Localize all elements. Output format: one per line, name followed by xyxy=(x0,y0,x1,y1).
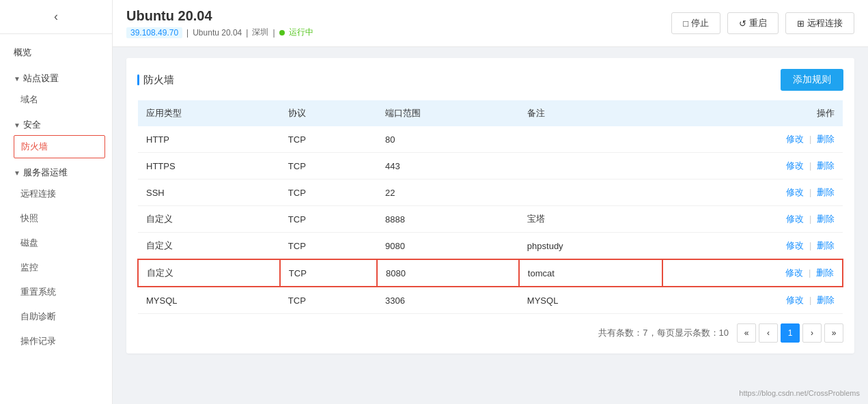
server-status: 运行中 xyxy=(289,27,313,38)
sidebar-section-site-settings[interactable]: ▼ 站点设置 xyxy=(0,66,112,87)
modify-link[interactable]: 修改 xyxy=(786,240,804,250)
cell-remark xyxy=(519,153,662,179)
cell-actions: 修改 | 删除 xyxy=(662,153,843,179)
restart-button[interactable]: ↺ 重启 xyxy=(727,12,779,34)
cell-port: 22 xyxy=(377,179,519,206)
table-row: 自定义TCP8888宝塔修改 | 删除 xyxy=(138,206,843,233)
cell-app-type: 自定义 xyxy=(138,206,280,233)
col-actions: 操作 xyxy=(662,100,843,126)
action-divider: | xyxy=(807,160,814,171)
sidebar-section-label: 站点设置 xyxy=(23,72,59,85)
table-row: HTTPTCP80修改 | 删除 xyxy=(138,126,843,153)
remote-connect-button[interactable]: ⊞ 远程连接 xyxy=(785,12,854,34)
cell-port: 443 xyxy=(377,153,519,179)
firewall-table: 应用类型 协议 端口范围 备注 操作 HTTPTCP80修改 | 删除HTTPS… xyxy=(137,100,843,314)
cell-port: 80 xyxy=(377,126,519,153)
sidebar-item-self-diagnose[interactable]: 自助诊断 xyxy=(0,304,112,329)
sidebar-back-button[interactable]: ‹ xyxy=(0,0,112,34)
separator-3: | xyxy=(272,28,275,38)
sidebar-item-domain[interactable]: 域名 xyxy=(0,87,112,112)
page-header: Ubuntu 20.04 39.108.49.70 | Ubuntu 20.04… xyxy=(113,0,868,47)
cell-actions: 修改 | 删除 xyxy=(662,179,843,206)
modify-link[interactable]: 修改 xyxy=(786,187,804,197)
page-1-button[interactable]: 1 xyxy=(781,323,800,343)
stop-button[interactable]: □ 停止 xyxy=(671,12,720,34)
sidebar-item-reset-system[interactable]: 重置系统 xyxy=(0,280,112,304)
delete-link[interactable]: 删除 xyxy=(816,268,834,278)
cell-remark: MYSQL xyxy=(519,287,662,314)
cell-app-type: HTTPS xyxy=(138,153,280,179)
delete-link[interactable]: 删除 xyxy=(817,295,835,305)
cell-protocol: TCP xyxy=(280,206,377,233)
cell-remark xyxy=(519,126,662,153)
add-rule-button[interactable]: 添加规则 xyxy=(781,69,843,91)
cell-app-type: 自定义 xyxy=(138,259,280,287)
cell-protocol: TCP xyxy=(280,259,377,287)
separator-2: | xyxy=(246,28,248,38)
cell-port: 8080 xyxy=(377,259,519,287)
modify-link[interactable]: 修改 xyxy=(786,160,804,171)
delete-link[interactable]: 删除 xyxy=(817,187,835,197)
sidebar-section-label-2: 安全 xyxy=(23,119,41,131)
sidebar-item-disk[interactable]: 磁盘 xyxy=(0,231,112,255)
modify-link[interactable]: 修改 xyxy=(786,295,804,305)
chevron-down-icon-3: ▼ xyxy=(14,169,20,177)
back-arrow-icon: ‹ xyxy=(54,10,58,24)
pagination-info: 共有条数：7，每页显示条数：10 xyxy=(598,327,729,339)
delete-link[interactable]: 删除 xyxy=(817,214,835,224)
section-title: 防火墙 xyxy=(137,74,174,87)
modify-link[interactable]: 修改 xyxy=(786,134,804,144)
header-meta: 39.108.49.70 | Ubuntu 20.04 | 深圳 | 运行中 xyxy=(126,27,313,38)
sidebar-item-overview[interactable]: 概览 xyxy=(0,40,112,66)
page-first-button[interactable]: « xyxy=(737,323,756,343)
cell-port: 8888 xyxy=(377,206,519,233)
cell-remark xyxy=(519,179,662,206)
page-prev-button[interactable]: ‹ xyxy=(759,323,778,343)
cell-remark: 宝塔 xyxy=(519,206,662,233)
cell-app-type: 自定义 xyxy=(138,233,280,260)
server-ip: 39.108.49.70 xyxy=(126,27,182,38)
table-body: HTTPTCP80修改 | 删除HTTPSTCP443修改 | 删除SSHTCP… xyxy=(138,126,843,314)
cell-actions: 修改 | 删除 xyxy=(662,287,843,314)
main-content: Ubuntu 20.04 39.108.49.70 | Ubuntu 20.04… xyxy=(113,0,868,404)
sidebar-item-operation-log[interactable]: 操作记录 xyxy=(0,329,112,354)
delete-link[interactable]: 删除 xyxy=(817,240,835,250)
cell-protocol: TCP xyxy=(280,179,377,206)
sidebar-section-server[interactable]: ▼ 服务器运维 xyxy=(0,160,112,182)
table-row: 自定义TCP8080tomcat修改 | 删除 xyxy=(138,259,843,287)
action-divider: | xyxy=(806,268,813,278)
action-divider: | xyxy=(807,214,814,224)
action-divider: | xyxy=(807,240,814,250)
delete-link[interactable]: 删除 xyxy=(817,134,835,144)
col-remark: 备注 xyxy=(519,100,662,126)
sidebar-item-firewall[interactable]: 防火墙 xyxy=(14,135,105,158)
page-next-button[interactable]: › xyxy=(802,323,822,343)
col-protocol: 协议 xyxy=(280,100,377,126)
cell-app-type: SSH xyxy=(138,179,280,206)
modify-link[interactable]: 修改 xyxy=(786,214,804,224)
delete-link[interactable]: 删除 xyxy=(817,160,835,171)
chevron-down-icon: ▼ xyxy=(14,75,20,83)
header-actions: □ 停止 ↺ 重启 ⊞ 远程连接 xyxy=(671,12,854,34)
server-system: Ubuntu 20.04 xyxy=(193,28,242,38)
sidebar-item-snapshot[interactable]: 快照 xyxy=(0,206,112,231)
remote-label: 远程连接 xyxy=(807,17,843,29)
content-area: 防火墙 添加规则 应用类型 协议 端口范围 备注 操作 HTTPTCP80修改 … xyxy=(113,47,868,404)
header-info: Ubuntu 20.04 39.108.49.70 | Ubuntu 20.04… xyxy=(126,8,313,38)
restart-label: 重启 xyxy=(749,17,767,29)
sidebar-item-monitor[interactable]: 监控 xyxy=(0,255,112,280)
sidebar-section-security[interactable]: ▼ 安全 xyxy=(0,112,112,134)
restart-icon: ↺ xyxy=(739,18,746,29)
page-title: Ubuntu 20.04 xyxy=(126,8,313,24)
cell-actions: 修改 | 删除 xyxy=(662,233,843,260)
stop-icon: □ xyxy=(683,18,688,29)
cell-port: 3306 xyxy=(377,287,519,314)
sidebar-section-label-3: 服务器运维 xyxy=(23,167,68,179)
modify-link[interactable]: 修改 xyxy=(785,268,803,278)
table-header-row: 应用类型 协议 端口范围 备注 操作 xyxy=(138,100,843,126)
table-row: HTTPSTCP443修改 | 删除 xyxy=(138,153,843,179)
sidebar-item-remote[interactable]: 远程连接 xyxy=(0,182,112,206)
cell-actions: 修改 | 删除 xyxy=(662,126,843,153)
cell-actions: 修改 | 删除 xyxy=(662,206,843,233)
page-last-button[interactable]: » xyxy=(824,323,843,343)
